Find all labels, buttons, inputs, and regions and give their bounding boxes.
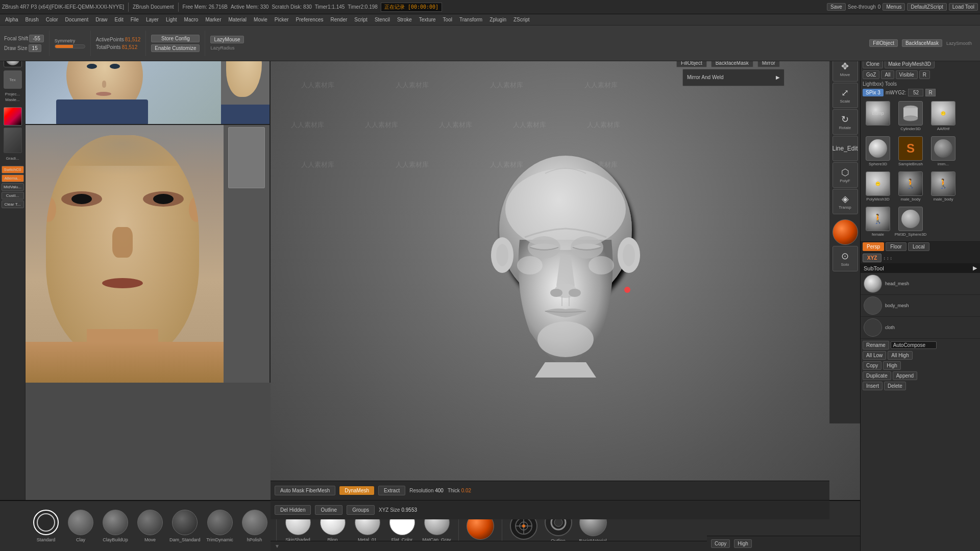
goz-btn[interactable]: GoZ [863, 70, 879, 79]
tool-cylinder3d[interactable]: Cylinder3D [895, 99, 926, 133]
enable-customize-button[interactable]: Enable Customize [151, 44, 200, 52]
alterna[interactable]: Alterna... [2, 174, 24, 182]
fill-object-button[interactable]: FillObject [869, 39, 898, 47]
menu-edit[interactable]: Edit [112, 16, 127, 23]
persp-btn[interactable]: Persp [863, 242, 884, 251]
duplicate-btn[interactable]: Duplicate [863, 371, 891, 380]
gradient-preview[interactable] [4, 128, 22, 153]
default-material-button[interactable]: DefaultZScript [907, 3, 946, 11]
menu-alpha[interactable]: Alpha [2, 16, 21, 23]
material-orange-sphere[interactable] [832, 219, 858, 245]
custi[interactable]: CustI... [2, 192, 24, 199]
subtool-expand[interactable]: ▶ [973, 265, 977, 271]
menu-texture[interactable]: Texture [416, 16, 439, 23]
floor-btn[interactable]: Floor [886, 242, 906, 251]
groups-btn[interactable]: Groups [347, 505, 375, 515]
brush-claybuildup[interactable]: ClayBuildUp [100, 510, 131, 542]
rename-btn[interactable]: Rename [863, 341, 889, 349]
midvalue[interactable]: MidValu... [2, 183, 24, 191]
switch-co[interactable]: SwitchC0 [2, 166, 24, 173]
polyf-button[interactable]: ⬡ PolyF [832, 162, 858, 188]
brush-standard[interactable]: Standard [31, 510, 61, 542]
all-high-btn[interactable]: All High [888, 351, 912, 360]
all-btn[interactable]: All [881, 70, 894, 79]
mirror-expand[interactable]: ▶ [776, 74, 780, 80]
menu-draw[interactable]: Draw [92, 16, 110, 23]
tool-female[interactable]: 🚶 female [863, 205, 893, 238]
transp-button[interactable]: ◈ Transp [832, 189, 858, 214]
menu-stroke[interactable]: Stroke [394, 16, 415, 23]
menu-zplugin[interactable]: Zplugin [486, 16, 509, 23]
menu-tool[interactable]: Tool [440, 16, 455, 23]
subtool-item-3[interactable]: cloth [861, 317, 980, 339]
menu-document[interactable]: Document [62, 16, 92, 23]
tool-aarhf[interactable]: 😶 AARHf [928, 99, 959, 133]
menu-script[interactable]: Script [351, 16, 371, 23]
line-edit-button[interactable]: Line_Edit [832, 136, 858, 161]
all-low-btn[interactable]: All Low [863, 351, 886, 360]
menu-transform[interactable]: Transform [456, 16, 485, 23]
menu-brush[interactable]: Brush [22, 16, 42, 23]
scroll-thumb[interactable] [228, 127, 265, 188]
scale-button[interactable]: ⤢ Scale [832, 83, 858, 108]
insert-btn[interactable]: Insert [863, 382, 883, 390]
menu-light[interactable]: Light [163, 16, 180, 23]
tool-bump[interactable]: Bump [863, 99, 893, 133]
brush-dam-standard[interactable]: Dam_Standard [169, 510, 201, 542]
auto-mask-btn[interactable]: Auto Mask FiberMesh [275, 486, 335, 495]
lazy-mouse-button[interactable]: LazyMouse [210, 36, 243, 43]
subtool-item-1[interactable]: head_mesh [861, 273, 980, 295]
brush-clay[interactable]: Clay [65, 510, 96, 542]
focal-shift-value[interactable]: -55 [29, 35, 43, 42]
high-btn[interactable]: High [883, 361, 901, 370]
ref-scroll-bar[interactable] [224, 125, 270, 383]
load-tool-button[interactable]: Load Tool [949, 3, 978, 11]
menu-stencil[interactable]: Stencil [372, 16, 393, 23]
local-btn[interactable]: Local [908, 242, 929, 251]
brush-trimdynamic[interactable]: TrimDynamic [205, 510, 235, 542]
draw-size-value[interactable]: 15 [29, 44, 41, 52]
append-btn[interactable]: Append [893, 371, 917, 380]
menu-zscript[interactable]: ZScript [510, 16, 533, 23]
menu-macro[interactable]: Macro [181, 16, 202, 23]
texture-preview[interactable]: Tex [4, 70, 22, 89]
draw-size-slider[interactable] [55, 44, 85, 48]
delete-btn[interactable]: Delete [884, 382, 906, 390]
menus-button[interactable]: Menus [883, 3, 905, 11]
tool-imm[interactable]: imm... [928, 135, 959, 168]
tool-male-body[interactable]: 🚶 male_body [895, 170, 926, 203]
backface-mask-button[interactable]: BackfaceMask [902, 39, 942, 47]
r-btn[interactable]: R [919, 70, 930, 79]
spix-btn[interactable]: SPix 3 [863, 89, 884, 96]
dynamesn-btn[interactable]: DynaMesh [339, 486, 374, 495]
subtool-item-2[interactable]: body_mesh [861, 295, 980, 317]
tool-polymesh3d[interactable]: 😶 PolyMesh3D [863, 170, 893, 203]
canvas-area[interactable]: 人人素材库 人人素材库 人人素材库 人人素材库 人人素材库 人人素材库 人人素材… [271, 26, 860, 500]
r-small-btn[interactable]: R [925, 89, 935, 96]
xyz-button[interactable]: XYZ [863, 254, 881, 262]
outline-btn[interactable]: Outline [315, 505, 342, 515]
color-swatch[interactable] [4, 107, 22, 126]
menu-movie[interactable]: Movie [251, 16, 271, 23]
brush-hpolish[interactable]: hPolish [239, 510, 270, 542]
bottom-high-btn[interactable]: High [734, 539, 752, 548]
menu-preferences[interactable]: Preferences [293, 16, 327, 23]
brush-move[interactable]: Move [135, 510, 165, 542]
menu-picker[interactable]: Picker [272, 16, 292, 23]
copy-btn[interactable]: Copy [863, 361, 881, 370]
tool-sample-brush[interactable]: S SampleBrush [895, 135, 926, 168]
bottom-copy-btn[interactable]: Copy [711, 539, 730, 548]
solo-button[interactable]: ⊙ Solo [832, 246, 858, 271]
extract-btn[interactable]: Extract [378, 486, 405, 495]
menu-layer[interactable]: Layer [143, 16, 162, 23]
menu-color[interactable]: Color [43, 16, 61, 23]
store-config-button[interactable]: Store Config [151, 35, 200, 42]
menu-marker[interactable]: Marker [202, 16, 224, 23]
menu-file[interactable]: File [128, 16, 142, 23]
rotate-button[interactable]: ↻ Rotate [832, 109, 858, 135]
del-hidden-btn[interactable]: Del Hidden [275, 505, 311, 515]
menu-render[interactable]: Render [328, 16, 351, 23]
tool-sphere3d[interactable]: Sphere3D [863, 135, 893, 168]
tool-pm3d-sphere3d[interactable]: PM3D_Sphere3D [895, 205, 926, 238]
save-button[interactable]: Save [827, 3, 846, 11]
